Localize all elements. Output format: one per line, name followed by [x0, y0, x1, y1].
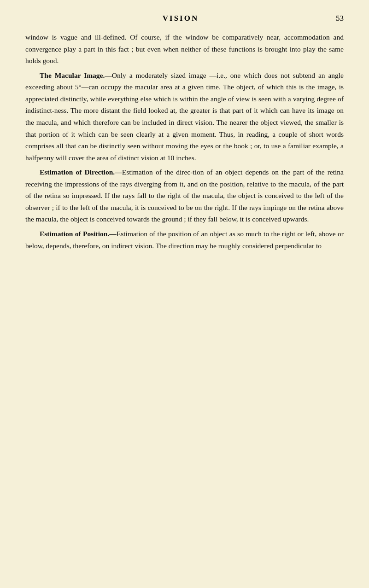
page-header: VISION 53 [25, 14, 344, 23]
paragraph-3: Estimation of Direction.—Estimation of t… [25, 166, 344, 225]
paragraph-1: window is vague and ill-defined. Of cour… [25, 31, 344, 67]
estimation-direction-heading: Estimation of Direction.— [40, 168, 122, 176]
paragraph-1-text: window is vague and ill-defined. Of cour… [25, 33, 344, 64]
paragraph-2: The Macular Image.—Only a moderately siz… [25, 70, 344, 164]
page-content: window is vague and ill-defined. Of cour… [25, 31, 344, 251]
paragraph-4: Estimation of Position.—Estimation of th… [25, 228, 344, 251]
estimation-position-heading: Estimation of Position.— [40, 230, 117, 238]
paragraph-2-text: Only a moderately sized image —i.e., one… [25, 71, 344, 162]
page-title: VISION [25, 14, 336, 23]
page-number: 53 [336, 14, 344, 23]
paragraph-3-text: Estimation of the direc-tion of an objec… [25, 168, 344, 223]
macular-image-heading: The Macular Image.— [40, 71, 112, 79]
